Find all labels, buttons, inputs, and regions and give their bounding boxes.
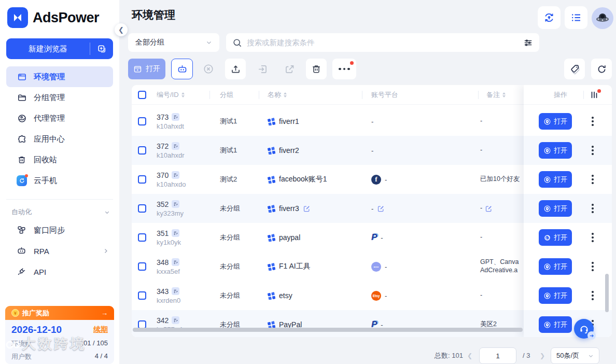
- table-row[interactable]: 372 k10ahxdr 测试1 fiverr2 - -: [132, 136, 524, 165]
- group-filter-select[interactable]: 全部分组: [128, 33, 219, 52]
- edit-name-icon[interactable]: [303, 205, 311, 213]
- table-row[interactable]: 343 kxrden0 未分组 etsy Etsy - -: [132, 281, 524, 310]
- open-selected-button[interactable]: 打开: [128, 59, 165, 79]
- env-number: 370: [157, 171, 169, 179]
- platform-icon: Etsy: [371, 291, 381, 301]
- open-browser-button[interactable]: 打开: [539, 113, 572, 130]
- share-button[interactable]: [279, 59, 300, 79]
- open-in-tab-icon[interactable]: [172, 258, 179, 266]
- open-browser-button[interactable]: 打开: [539, 258, 572, 275]
- page-size-select[interactable]: 50条/页: [551, 347, 599, 364]
- row-menu-button[interactable]: [592, 117, 594, 126]
- edit-platform-icon[interactable]: [377, 205, 385, 213]
- page-number-input[interactable]: [479, 347, 516, 364]
- sort-icon[interactable]: [502, 92, 506, 97]
- browser-open-icon: [133, 65, 142, 74]
- row-menu-button[interactable]: [592, 233, 594, 242]
- export-upload-button[interactable]: [225, 59, 246, 79]
- rpa-task-button[interactable]: [171, 59, 193, 79]
- column-header-name[interactable]: 名称: [268, 85, 287, 105]
- column-header-remark[interactable]: 备注: [486, 85, 506, 105]
- open-in-tab-icon[interactable]: [172, 316, 179, 324]
- row-menu-button[interactable]: [592, 204, 594, 213]
- open-browser-button[interactable]: 打开: [539, 171, 572, 188]
- open-in-tab-icon[interactable]: [172, 171, 179, 179]
- renew-link[interactable]: 续期: [93, 325, 108, 334]
- table-row[interactable]: 351 ky1k0yk 未分组 paypal P - -: [132, 223, 524, 252]
- column-settings-button[interactable]: [590, 90, 600, 101]
- task-list-button[interactable]: [565, 6, 587, 29]
- table-row[interactable]: 342 kx577w1 未分组 PayPal P - 美区2: [132, 310, 524, 337]
- import-button[interactable]: [252, 59, 273, 79]
- env-number: 342: [157, 316, 169, 325]
- sidebar-item-rpa[interactable]: RPA: [6, 241, 113, 261]
- sidebar-collapse-button[interactable]: ❮: [115, 23, 128, 36]
- table-row[interactable]: 370 k10ahxdo 测试2 facebook账号1 f - 已加10个好友: [132, 165, 524, 194]
- open-browser-button[interactable]: 打开: [539, 142, 572, 159]
- advanced-filter-icon[interactable]: [523, 38, 533, 48]
- edit-remark-icon[interactable]: [485, 205, 493, 213]
- next-page-button[interactable]: ❯: [536, 347, 549, 364]
- browser-window-icon: [17, 72, 27, 82]
- row-checkbox[interactable]: [138, 146, 146, 155]
- table-row[interactable]: 352 ky323my 未分组 fiverr3 - -: [132, 194, 524, 223]
- sync-button[interactable]: [538, 6, 561, 29]
- tag-button[interactable]: [564, 59, 585, 79]
- sidebar-item-apps[interactable]: 应用中心: [6, 129, 113, 149]
- prev-page-button[interactable]: ❮: [464, 347, 476, 364]
- row-checkbox[interactable]: [138, 291, 146, 300]
- open-browser-button[interactable]: 打开: [539, 229, 572, 246]
- sidebar-item-api[interactable]: API: [6, 261, 113, 282]
- open-browser-button[interactable]: 打开: [539, 287, 572, 304]
- row-menu-button[interactable]: [592, 175, 594, 184]
- column-divider: [478, 91, 479, 99]
- sidebar-item-proxies[interactable]: 代理管理: [6, 108, 113, 129]
- open-browser-button[interactable]: 打开: [539, 316, 572, 333]
- sun-browser-icon: [543, 147, 551, 155]
- refresh-button[interactable]: [591, 59, 612, 79]
- avatar[interactable]: [592, 7, 613, 29]
- batch-create-button[interactable]: [90, 44, 113, 54]
- platform-value: -: [381, 234, 383, 242]
- sort-icon[interactable]: [284, 92, 287, 97]
- open-in-tab-icon[interactable]: [172, 200, 179, 208]
- table-row[interactable]: 373 k10ahxdt 测试1 fiverr1 - -: [132, 107, 524, 136]
- row-menu-button[interactable]: [592, 291, 594, 300]
- table-row[interactable]: 348 kxxa5ef 未分组 F1 AI工具 ••• - GPT、Canva …: [132, 252, 524, 281]
- platform-icon: •••: [371, 262, 381, 272]
- open-in-tab-icon[interactable]: [172, 287, 179, 295]
- platform-value: -: [385, 176, 387, 184]
- row-checkbox[interactable]: [138, 233, 146, 242]
- open-browser-button[interactable]: 打开: [539, 200, 572, 217]
- env-code: ky323my: [157, 209, 184, 217]
- open-in-tab-icon[interactable]: [172, 229, 179, 237]
- new-browser-button[interactable]: 新建浏览器: [6, 38, 113, 59]
- automation-section-header[interactable]: 自动化: [0, 205, 119, 219]
- search-input[interactable]: [247, 38, 519, 47]
- horizontal-scrollbar[interactable]: [133, 328, 523, 332]
- support-floating-button[interactable]: ➜: [574, 319, 594, 339]
- sidebar-item-groups[interactable]: 分组管理: [6, 87, 113, 108]
- env-code: ky1k0yk: [157, 239, 181, 246]
- delete-button[interactable]: [306, 59, 327, 79]
- column-header-id[interactable]: 编号/ID: [157, 85, 185, 105]
- row-checkbox[interactable]: [138, 117, 146, 125]
- vertical-scrollbar[interactable]: [605, 274, 609, 312]
- open-in-tab-icon[interactable]: [172, 142, 179, 150]
- row-checkbox[interactable]: [138, 204, 146, 213]
- promo-banner[interactable]: ¥ 推广奖励 →: [5, 306, 114, 320]
- sidebar-item-environments[interactable]: 环境管理: [6, 66, 113, 87]
- select-all-checkbox[interactable]: [138, 91, 146, 99]
- row-menu-button[interactable]: [592, 262, 594, 271]
- row-checkbox[interactable]: [138, 262, 146, 271]
- more-actions-button[interactable]: [332, 59, 356, 79]
- sidebar-item-window-sync[interactable]: 窗口同步: [6, 220, 113, 241]
- row-menu-button[interactable]: [592, 146, 594, 155]
- sort-icon[interactable]: [181, 92, 185, 97]
- sidebar-item-label: 环境管理: [34, 72, 65, 82]
- sidebar-item-trash[interactable]: 回收站: [6, 149, 113, 170]
- close-browsers-button[interactable]: [198, 59, 219, 79]
- row-checkbox[interactable]: [138, 175, 146, 184]
- sidebar-item-cloud-phone[interactable]: 云手机: [6, 170, 113, 191]
- open-in-tab-icon[interactable]: [172, 113, 179, 121]
